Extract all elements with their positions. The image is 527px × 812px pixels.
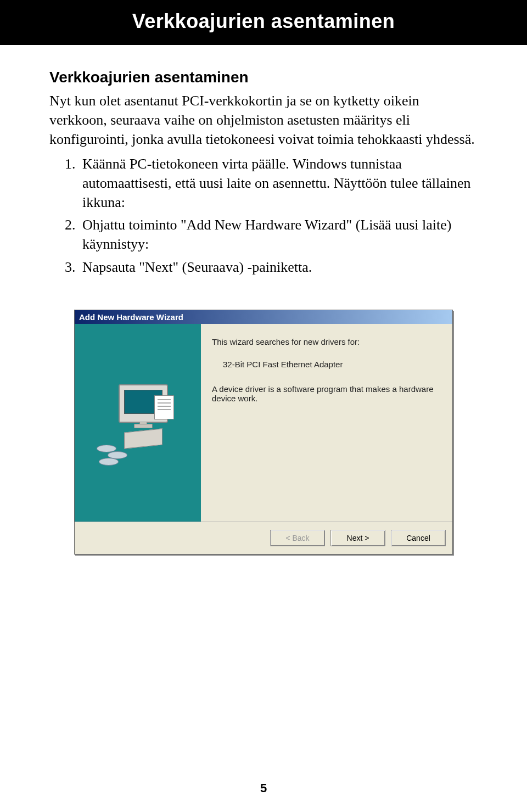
cancel-button[interactable]: Cancel	[391, 530, 446, 546]
step-item: Napsauta "Next" (Seuraava) -painiketta.	[79, 257, 478, 277]
wizard-left-panel	[75, 324, 201, 522]
page-content: Verkkoajurien asentaminen Nyt kun olet a…	[0, 67, 527, 277]
wizard-text-device: 32-Bit PCI Fast Ethernet Adapter	[223, 360, 441, 369]
wizard-screenshot: Add New Hardware Wizard T	[0, 310, 527, 555]
computer-icon	[97, 379, 179, 467]
step-list: Käännä PC-tietokoneen virta päälle. Wind…	[49, 154, 478, 277]
wizard-text-intro: This wizard searches for new drivers for…	[212, 337, 441, 346]
wizard-button-row: < Back Next > Cancel	[75, 522, 452, 554]
wizard-body: This wizard searches for new drivers for…	[75, 324, 452, 554]
page-banner: Verkkoajurien asentaminen	[0, 0, 527, 45]
back-button[interactable]: < Back	[270, 530, 325, 546]
wizard-text-desc: A device driver is a software program th…	[212, 384, 441, 403]
wizard-main: This wizard searches for new drivers for…	[75, 324, 452, 522]
intro-paragraph: Nyt kun olet asentanut PCI-verkkokortin …	[49, 91, 478, 149]
page-number: 5	[0, 781, 527, 796]
wizard-window: Add New Hardware Wizard T	[74, 310, 453, 555]
step-item: Ohjattu toiminto "Add New Hardware Wizar…	[79, 215, 478, 254]
step-item: Käännä PC-tietokoneen virta päälle. Wind…	[79, 154, 478, 212]
wizard-right-panel: This wizard searches for new drivers for…	[201, 324, 452, 522]
section-heading: Verkkoajurien asentaminen	[49, 67, 478, 88]
banner-title: Verkkoajurien asentaminen	[0, 10, 527, 33]
wizard-titlebar: Add New Hardware Wizard	[75, 310, 452, 324]
next-button[interactable]: Next >	[330, 530, 385, 546]
